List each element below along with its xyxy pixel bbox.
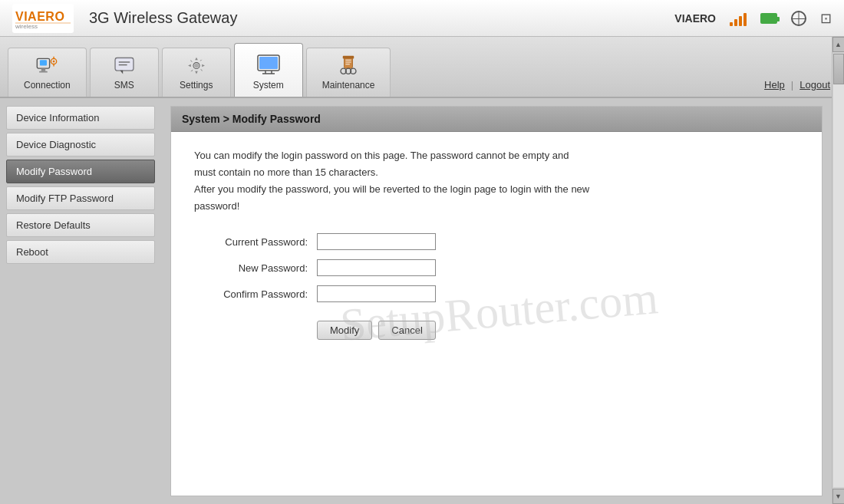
viaero-logo: VIAERO wireless <box>12 4 74 33</box>
confirm-password-input[interactable] <box>317 285 436 302</box>
logout-link[interactable]: Logout <box>793 79 836 91</box>
sidebar-item-device-information[interactable]: Device Information <box>6 106 155 130</box>
sidebar-item-restore-defaults[interactable]: Restore Defaults <box>6 213 155 237</box>
monitor-icon: ⊡ <box>820 10 832 27</box>
tab-connection-label: Connection <box>24 80 71 91</box>
sidebar-item-reboot[interactable]: Reboot <box>6 240 155 264</box>
description-line4: password! <box>194 200 239 212</box>
current-password-label: Current Password: <box>194 236 317 248</box>
tab-system[interactable]: System <box>234 43 303 97</box>
svg-rect-25 <box>345 58 353 69</box>
new-password-input[interactable] <box>317 259 436 276</box>
carrier-name: VIAERO <box>674 12 716 25</box>
tab-connection[interactable]: Connection <box>8 48 87 97</box>
current-password-row: Current Password: <box>194 233 799 250</box>
content-area: Device Information Device Diagnostic Mod… <box>0 98 844 504</box>
maintenance-icon <box>336 54 361 77</box>
current-password-input[interactable] <box>317 233 436 250</box>
scroll-track[interactable] <box>833 54 844 487</box>
nav-links: Help | Logout <box>758 79 836 97</box>
logo-area: VIAERO wireless 3G Wireless Gateway <box>12 4 237 33</box>
svg-point-9 <box>53 61 55 63</box>
svg-rect-21 <box>259 57 278 69</box>
svg-point-19 <box>194 64 198 68</box>
content-box: System > Modify Password SetupRouter.com… <box>170 106 823 496</box>
battery-icon <box>760 13 777 24</box>
scroll-down-arrow[interactable]: ▼ <box>832 489 845 504</box>
tab-maintenance[interactable]: Maintenance <box>306 48 391 97</box>
connection-icon <box>35 54 59 77</box>
svg-rect-26 <box>343 56 354 59</box>
nav-bar: Connection SMS Settings <box>0 37 844 98</box>
sidebar: Device Information Device Diagnostic Mod… <box>0 98 161 504</box>
confirm-password-label: Confirm Password: <box>194 288 317 300</box>
svg-rect-5 <box>40 60 47 65</box>
header-right: VIAERO ⊡ <box>674 10 832 27</box>
svg-rect-6 <box>41 68 45 71</box>
settings-icon <box>184 54 209 77</box>
tab-system-label: System <box>253 80 284 91</box>
system-icon <box>256 52 281 77</box>
tab-maintenance-label: Maintenance <box>322 80 375 91</box>
modify-button[interactable]: Modify <box>317 321 372 340</box>
new-password-label: New Password: <box>194 262 317 274</box>
description-line3: After you modify the password, you will … <box>194 183 589 195</box>
description: You can modify the login password on thi… <box>194 147 799 215</box>
scrollbar[interactable]: ▲ ▼ <box>832 37 844 504</box>
sidebar-item-device-diagnostic[interactable]: Device Diagnostic <box>6 133 155 156</box>
tab-sms-label: SMS <box>114 80 134 91</box>
confirm-password-row: Confirm Password: <box>194 285 799 302</box>
tab-sms[interactable]: SMS <box>90 48 159 97</box>
sidebar-item-modify-ftp-password[interactable]: Modify FTP Password <box>6 186 155 210</box>
new-password-row: New Password: <box>194 259 799 276</box>
svg-rect-7 <box>39 71 48 73</box>
app-title: 3G Wireless Gateway <box>89 9 237 27</box>
main-panel: System > Modify Password SetupRouter.com… <box>161 98 832 504</box>
tab-settings-label: Settings <box>180 80 213 91</box>
sidebar-item-modify-password[interactable]: Modify Password <box>6 160 155 183</box>
svg-text:VIAERO: VIAERO <box>15 10 64 23</box>
cancel-button[interactable]: Cancel <box>378 321 435 340</box>
button-row: Modify Cancel <box>317 321 799 340</box>
help-link[interactable]: Help <box>758 79 791 91</box>
content-header: System > Modify Password <box>171 107 822 132</box>
scroll-up-arrow[interactable]: ▲ <box>832 37 845 52</box>
signal-strength-icon <box>730 11 747 26</box>
svg-text:wireless: wireless <box>15 23 38 30</box>
svg-rect-13 <box>115 58 134 71</box>
tab-settings[interactable]: Settings <box>162 48 231 97</box>
scroll-thumb[interactable] <box>833 54 844 84</box>
globe-icon <box>791 11 806 26</box>
header: VIAERO wireless 3G Wireless Gateway VIAE… <box>0 0 844 37</box>
breadcrumb: System > Modify Password <box>182 113 321 125</box>
description-line2: must contain no more than 15 characters. <box>194 166 378 178</box>
description-line1: You can modify the login password on thi… <box>194 150 569 161</box>
content-body: SetupRouter.com You can modify the login… <box>171 132 822 355</box>
sms-icon <box>112 54 137 77</box>
